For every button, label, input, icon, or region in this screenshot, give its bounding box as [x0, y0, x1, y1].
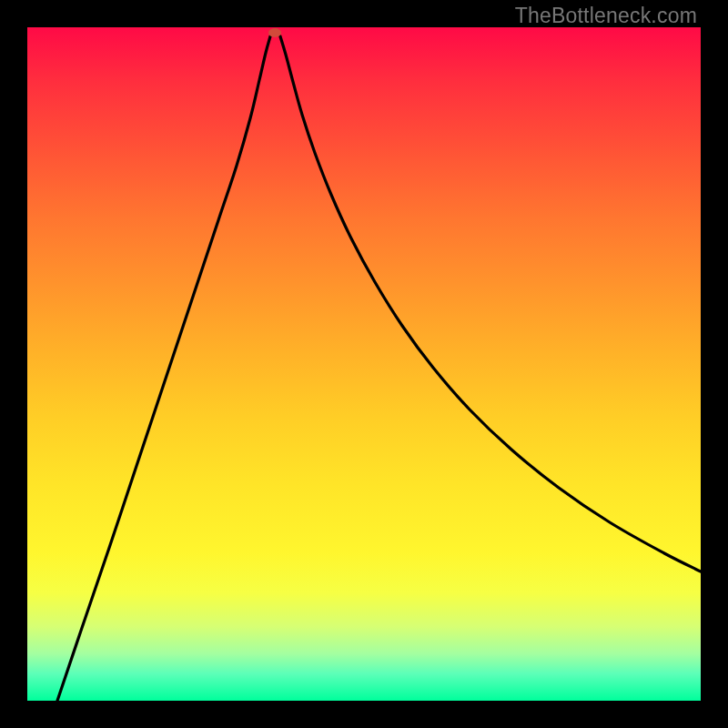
curve-left-branch [57, 36, 270, 701]
chart-frame: TheBottleneck.com [0, 0, 728, 728]
watermark-text: TheBottleneck.com [515, 4, 697, 28]
curve-right-branch [280, 36, 701, 571]
plot-area [27, 27, 701, 701]
curve-svg [27, 27, 701, 701]
minimum-marker [268, 28, 281, 37]
